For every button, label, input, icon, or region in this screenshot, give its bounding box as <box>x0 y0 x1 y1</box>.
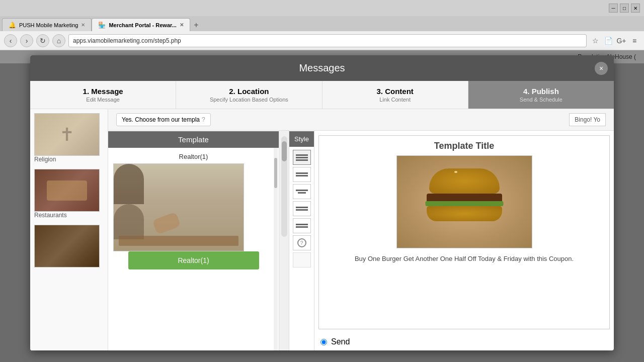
style-line-4 <box>296 172 308 174</box>
template-select-button[interactable]: Realtor(1) <box>128 251 259 269</box>
step-location-title: 2. Location <box>180 87 317 96</box>
scroll-column <box>279 109 289 350</box>
preview-container: Template Title Buy One Burger Get Anothe… <box>318 135 610 329</box>
style-icon-2[interactable] <box>293 167 311 182</box>
step-publish-title: 4. Publish <box>472 87 610 96</box>
style-header: Style <box>289 131 314 147</box>
template-item-title: Realtor(1) <box>113 153 274 160</box>
tab-merchant-portal[interactable]: 🏪 Merchant Portal - Rewar... ✕ <box>92 18 190 31</box>
send-area: Send <box>314 333 614 350</box>
restaurant-image <box>34 169 100 212</box>
template-scroll-indicator <box>274 148 278 350</box>
step-message[interactable]: 1. Message Edit Message <box>30 81 176 109</box>
style-icon-circle[interactable]: ? <box>293 235 311 250</box>
title-bar: ─ □ ✕ <box>0 0 644 16</box>
tabs-bar: 🔔 PUSH Mobile Marketing ✕ 🏪 Merchant Por… <box>0 16 644 31</box>
minimize-button[interactable]: ─ <box>609 4 618 13</box>
style-icon-1[interactable] <box>293 150 311 165</box>
steps-bar: 1. Message Edit Message 2. Location Spec… <box>30 81 614 109</box>
template-preview-image <box>113 163 244 251</box>
bookmark-icon[interactable]: ☆ <box>590 35 601 46</box>
style-column: Style <box>289 109 314 350</box>
template-list: Realtor(1) Realtor(1) <box>108 148 279 350</box>
religion-category[interactable]: ✝ Religion <box>34 113 104 165</box>
step-message-subtitle: Edit Message <box>34 97 172 103</box>
address-text: apps.viamobilemarketing.com/step5.php <box>73 37 181 44</box>
style-line-10 <box>296 224 308 225</box>
style-line-6 <box>296 190 308 191</box>
scroll-thumb <box>282 141 287 161</box>
modal-title: Messages <box>299 62 345 73</box>
style-line-2 <box>296 157 308 158</box>
modal-header: Messages × <box>30 55 614 81</box>
style-icon-4[interactable] <box>293 201 311 216</box>
burger-lettuce <box>425 201 503 206</box>
modal: Messages × 1. Message Edit Message 2. <box>30 55 614 350</box>
style-icon-5[interactable] <box>293 218 311 233</box>
desk-element <box>119 236 238 246</box>
restaurant-table <box>47 180 87 201</box>
address-bar[interactable]: apps.viamobilemarketing.com/step5.php <box>68 34 587 47</box>
restaurant-image-2 <box>34 225 100 267</box>
tab-push-mobile[interactable]: 🔔 PUSH Mobile Marketing ✕ <box>2 18 92 31</box>
scroll-track[interactable] <box>281 136 287 237</box>
cross-icon: ✝ <box>59 124 74 145</box>
burger-bun-bottom <box>427 206 502 221</box>
step-content[interactable]: 3. Content Link Content <box>323 81 468 109</box>
forward-button[interactable]: › <box>20 34 33 47</box>
tab-merchant-portal-close[interactable]: ✕ <box>180 22 184 28</box>
modal-body: Yes. Choose from our templa ? Bingo! Yo … <box>30 109 614 350</box>
person1 <box>114 164 144 204</box>
template-area: Template Realtor(1) <box>108 109 279 350</box>
tab-push-mobile-close[interactable]: ✕ <box>81 22 85 28</box>
tab-merchant-portal-label: Merchant Portal - Rewar... <box>109 22 176 28</box>
religion-label: Religion <box>34 156 104 163</box>
close-button[interactable]: ✕ <box>631 4 640 13</box>
nav-bar: ‹ › ↻ ⌂ apps.viamobilemarketing.com/step… <box>0 31 644 50</box>
style-line-3 <box>296 159 308 161</box>
pdf-icon[interactable]: 📄 <box>603 35 614 46</box>
religion-image: ✝ <box>34 113 100 156</box>
page-background: RevolutionAleHouse ( Messages × 1. Messa… <box>0 50 644 362</box>
translate-icon[interactable]: G+ <box>616 35 627 46</box>
restaurant-scene <box>35 169 99 211</box>
step-location-subtitle: Specify Location Based Options <box>180 97 317 103</box>
modal-close-button[interactable]: × <box>595 62 608 75</box>
send-radio[interactable] <box>320 339 327 345</box>
window-controls: ─ □ ✕ <box>609 4 640 13</box>
modal-overlay: Messages × 1. Message Edit Message 2. <box>0 50 644 362</box>
step-location[interactable]: 2. Location Specify Location Based Optio… <box>176 81 322 109</box>
style-icon-3[interactable] <box>293 184 311 199</box>
style-line-9 <box>296 209 308 211</box>
nav-icons: ☆ 📄 G+ ≡ <box>590 35 640 46</box>
reload-button[interactable]: ↻ <box>36 34 49 47</box>
style-line-5 <box>296 175 308 176</box>
bingo-button[interactable]: Bingo! Yo <box>569 113 606 126</box>
send-label: Send <box>331 337 350 346</box>
browser-chrome: ─ □ ✕ 🔔 PUSH Mobile Marketing ✕ 🏪 Mercha… <box>0 0 644 50</box>
step-publish[interactable]: 4. Publish Send & Schedule <box>468 81 614 109</box>
preview-burger-image <box>396 155 532 248</box>
left-sidebar: ✝ Religion s <box>30 109 108 350</box>
preview-description: Buy One Burger Get Another One Half Off … <box>351 252 578 265</box>
burger-sesame <box>454 171 457 173</box>
style-icon-blank[interactable] <box>293 252 311 267</box>
template-header: Template <box>108 131 279 148</box>
menu-icon[interactable]: ≡ <box>629 35 640 46</box>
maximize-button[interactable]: □ <box>620 4 629 13</box>
choose-template-icon: ? <box>202 116 205 123</box>
hand-element <box>152 212 181 234</box>
choose-template-label: Yes. Choose from our templa <box>122 116 200 123</box>
right-preview: Template Title Buy One Burger Get Anothe… <box>314 109 614 350</box>
step-message-title: 1. Message <box>34 87 172 96</box>
restaurant-category[interactable]: s Restaurants <box>34 169 104 221</box>
back-button[interactable]: ‹ <box>4 34 17 47</box>
restaurant-category-2[interactable]: s <box>34 225 104 267</box>
style-line-1 <box>296 154 308 156</box>
person2 <box>114 204 144 239</box>
new-tab-button[interactable]: + <box>190 19 202 31</box>
home-button[interactable]: ⌂ <box>52 34 65 47</box>
burger-bun-top <box>429 168 500 194</box>
choose-template-button[interactable]: Yes. Choose from our templa ? <box>116 113 211 126</box>
step-content-subtitle: Link Content <box>327 97 464 103</box>
